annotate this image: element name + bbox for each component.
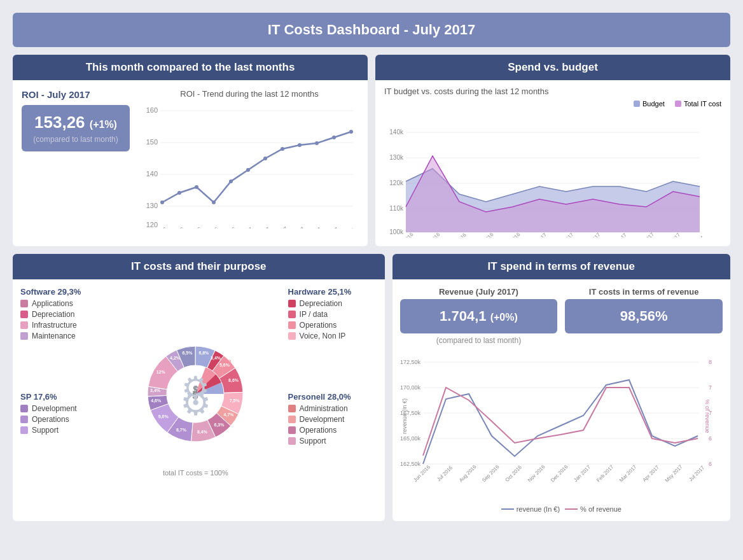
svg-text:160: 160 [146,106,158,114]
it-costs-label: IT costs in terms of revenue [565,287,723,297]
svg-text:172,50k: 172,50k [400,359,420,365]
svg-text:6,3%: 6,3% [214,423,225,428]
software-title: Software 29,3% [20,287,103,297]
personell-title: Personell 28,0% [288,392,377,402]
svg-text:6,5%: 6,5% [183,351,193,356]
spend-panel: Spend vs. budget IT budget vs. costs dur… [375,55,730,246]
svg-text:revenue (In €): revenue (In €) [401,398,408,434]
svg-text:6,6 %: 6,6 % [709,435,712,442]
legend-development-per: Development [288,415,377,424]
svg-text:Sep 2016: Sep 2016 [481,464,501,484]
svg-point-16 [281,147,284,151]
it-costs-value: 98,56% [565,299,723,333]
svg-text:165,00k: 165,00k [400,435,420,442]
it-costs-number: 98,56% [620,308,668,324]
svg-text:8,4 %: 8,4 % [709,359,712,365]
legend-infrastructure: Infrastructure [20,321,103,330]
roi-chart-title: ROI - Trend during the last 12 months [140,89,359,99]
it-costs-box: IT costs in terms of revenue 98,56% [565,287,723,345]
svg-text:130: 130 [146,202,158,209]
legend-operations-sp: Operations [20,415,103,424]
revenue-number: 1.704,1 [440,308,486,324]
roi-change: (+1%) [90,119,117,130]
svg-point-14 [246,168,250,172]
svg-text:Jul 2017: Jul 2017 [688,465,705,482]
svg-text:120: 120 [146,221,158,228]
svg-text:4,7%: 4,7% [224,412,235,417]
pct-legend-label: % of revenue [580,505,621,513]
svg-text:8,4%: 8,4% [197,430,208,435]
donut-chart: 6,8%3,4%5,6%8,6%7,5%4,7%6,3%8,4%8,7%9,6%… [125,324,265,464]
svg-text:Ma-17: Ma-17 [273,225,289,228]
svg-text:Oct 2016: Oct 2016 [449,232,468,237]
svg-point-12 [212,200,216,204]
svg-text:No-16: No-16 [205,226,220,228]
svg-text:9,6%: 9,6% [158,414,169,419]
roi-label: ROI - July 2017 [22,89,130,100]
hardware-title: Hardware 25,1% [288,287,377,297]
svg-text:6,8%: 6,8% [199,351,210,356]
svg-text:140: 140 [146,170,158,178]
revenue-compared: (compared to last month) [400,336,558,345]
revenue-label: Revenue (July 2017) [400,287,558,297]
legend-depreciation-sw: Depreciation [20,310,103,319]
roi-left: ROI - July 2017 153,26 (+1%) (compared t… [22,89,130,151]
svg-text:8,6%: 8,6% [228,378,239,383]
legend-ip-data: IP / data [288,310,377,319]
legend-development-sp: Development [20,404,103,413]
top-row: This month compared to the last months R… [13,55,730,246]
donut-note: total IT costs = 100% [163,469,228,477]
svg-point-15 [263,157,267,160]
svg-text:Je-17: Je-17 [239,226,254,228]
costs-panel: IT costs and their purpose Software 29,3… [13,254,385,521]
sp-title: SP 17,6% [20,392,103,402]
svg-text:Oct 2016: Oct 2016 [504,464,523,483]
svg-text:7,8 %: 7,8 % [709,384,712,391]
revenue-top-section: Revenue (July 2017) 1.704,1 (+0%) (compa… [400,287,723,345]
svg-text:Dec 2016: Dec 2016 [550,464,569,484]
svg-text:3,4%: 3,4% [150,388,161,393]
dashboard: IT Costs Dashboard - July 2017 This mont… [13,13,730,521]
svg-text:Mi-17: Mi-17 [308,226,323,228]
revenue-chart-legend: revenue (In €) % of revenue [400,505,723,513]
roi-number: 153,26 [34,113,85,132]
svg-text:Fe-17: Fe-17 [256,226,272,228]
roi-value-box: 153,26 (+1%) (compared to last month) [22,105,130,151]
main-title: IT Costs Dashboard - July 2017 [13,13,730,47]
svg-text:8,7%: 8,7% [176,428,187,433]
svg-text:% of revenue: % of revenue [704,399,711,433]
revenue-panel-header: IT spend in terms of revenue [392,254,730,279]
legend-depreciation-hw: Depreciation [288,299,377,308]
legend-operations-hw: Operations [288,321,377,330]
svg-text:130k: 130k [389,154,404,161]
cost-color [675,101,681,107]
svg-text:170,00k: 170,00k [400,384,420,391]
svg-text:Jul 2016: Jul 2016 [436,465,454,482]
donut-chart-container: 6,8%3,4%5,6%8,6%7,5%4,7%6,3%8,4%8,7%9,6%… [109,287,282,514]
donut-legend-right: Hardware 25,1% Depreciation IP / data Op… [288,287,377,514]
legend-support-per: Support [288,437,377,445]
donut-legend-left: Software 29,3% Applications Depreciation… [20,287,103,514]
roi-main-value: 153,26 (+1%) [32,113,120,132]
svg-text:Aug 2016: Aug 2016 [458,464,478,484]
svg-text:4,6%: 4,6% [151,398,162,403]
revenue-legend-label: revenue (In €) [517,505,560,513]
legend-administration: Administration [288,404,377,413]
svg-text:Apr 2017: Apr 2017 [609,232,628,237]
svg-text:100k: 100k [389,228,404,235]
revenue-change: (+0%) [490,312,518,323]
pct-legend-item: % of revenue [565,505,621,513]
budget-label: Budget [642,100,665,108]
revenue-panel: IT spend in terms of revenue Revenue (Ju… [392,254,730,521]
spend-area-chart: 140k 130k 120k 110k 100k [384,110,702,237]
svg-text:110k: 110k [389,205,404,212]
svg-text:150: 150 [146,138,158,146]
svg-point-19 [332,136,336,139]
svg-text:Oc-16: Oc-16 [188,226,203,228]
legend-support-sp: Support [20,426,103,435]
svg-text:Jl-17: Jl-17 [343,227,356,228]
svg-text:4,2%: 4,2% [170,356,181,361]
costs-panel-header: IT costs and their purpose [13,254,385,279]
svg-text:$: $ [192,384,198,395]
svg-text:Se-16: Se-16 [170,226,186,228]
